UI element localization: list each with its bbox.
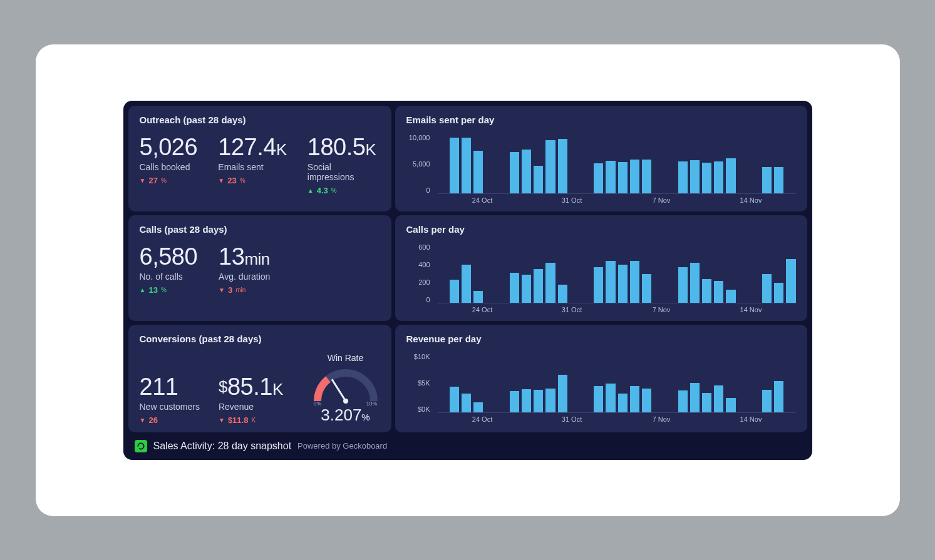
arrow-down-icon: ▼ xyxy=(219,287,225,293)
bar xyxy=(473,151,483,193)
y-axis: $10K$5K$0K xyxy=(406,353,433,413)
bar xyxy=(510,152,519,193)
value-number: 180.5 xyxy=(307,134,366,160)
calls-metrics: 6,580 No. of calls ▲ 13% 13min Avg. dura… xyxy=(140,243,380,295)
footer: Sales Activity: 28 day snapshot Powered … xyxy=(128,436,807,455)
delta-unit: K xyxy=(251,417,256,424)
delta-unit: % xyxy=(331,187,337,194)
y-tick: 5,000 xyxy=(413,160,430,168)
x-axis: 24 Oct31 Oct7 Nov14 Nov xyxy=(406,415,796,423)
delta-unit: min xyxy=(235,287,245,293)
metric-delta: ▼ 27% xyxy=(140,176,197,185)
delta-value: 23 xyxy=(227,176,236,185)
dashboard: Outreach (past 28 days) 5,026 Calls book… xyxy=(123,101,812,460)
bar xyxy=(786,259,795,303)
bar xyxy=(678,161,688,193)
value-number: 13 xyxy=(219,243,244,270)
panel-outreach: Outreach (past 28 days) 5,026 Calls book… xyxy=(128,106,391,211)
bar xyxy=(630,160,639,193)
x-tick: 24 Oct xyxy=(438,306,527,313)
arrow-down-icon: ▼ xyxy=(140,177,146,184)
bar xyxy=(762,274,772,303)
bars xyxy=(438,353,796,413)
bar xyxy=(545,263,555,302)
metric-label: Social impressions xyxy=(307,162,380,182)
y-axis: 6004002000 xyxy=(406,243,433,303)
y-tick: 0 xyxy=(426,296,430,303)
svg-point-1 xyxy=(343,399,348,404)
bar xyxy=(606,261,615,303)
metric-value: 5,026 xyxy=(140,134,197,161)
bar xyxy=(606,384,615,412)
metric-value: $85.1K xyxy=(219,374,283,400)
bar xyxy=(630,386,639,412)
bar xyxy=(618,162,628,193)
bar xyxy=(690,263,700,302)
delta-value: $11.8 xyxy=(228,415,249,425)
bar xyxy=(642,274,651,303)
bar xyxy=(462,265,471,302)
bar xyxy=(450,280,459,302)
geckoboard-logo-icon xyxy=(135,440,147,452)
delta-value: 27 xyxy=(148,176,157,185)
metric-delta: ▼ 3min xyxy=(219,285,270,295)
bar xyxy=(714,281,723,303)
bar xyxy=(774,381,783,412)
bar xyxy=(594,267,603,303)
chart: 10,0005,0000 xyxy=(406,134,796,194)
chart: $10K$5K$0K xyxy=(406,353,796,413)
y-tick: 0 xyxy=(426,186,430,194)
bar xyxy=(534,166,543,193)
bar xyxy=(473,291,483,303)
bar xyxy=(702,163,711,193)
metric-delta: ▲ 13% xyxy=(140,285,198,295)
gauge-icon xyxy=(311,367,380,404)
bar xyxy=(702,279,711,303)
metric-value: 180.5K xyxy=(307,134,380,161)
panel-chart-revenue: Revenue per day $10K$5K$0K 24 Oct31 Oct7… xyxy=(395,325,807,432)
bar xyxy=(618,394,628,412)
value-unit: K xyxy=(365,140,376,159)
value-number: 85.1 xyxy=(227,374,272,400)
delta-unit: % xyxy=(161,287,167,293)
delta-value: 13 xyxy=(148,285,157,295)
y-tick: 10,000 xyxy=(409,134,430,141)
bar xyxy=(630,261,639,303)
footer-title: Sales Activity: 28 day snapshot xyxy=(153,440,292,452)
bar xyxy=(522,150,531,193)
metric-revenue: $85.1K Revenue ▼ $11.8K xyxy=(219,374,283,425)
conversions-row: 211 New customers ▼ 26 $85.1K Revenue ▼ … xyxy=(140,353,380,425)
bar xyxy=(774,283,783,303)
bars xyxy=(438,243,796,303)
x-tick: 14 Nov xyxy=(706,306,796,313)
y-tick: 600 xyxy=(418,243,430,251)
currency: $ xyxy=(219,377,227,396)
bar xyxy=(450,138,459,193)
bar xyxy=(558,375,567,412)
delta-unit: % xyxy=(161,177,167,184)
x-tick: 14 Nov xyxy=(706,415,796,423)
bar xyxy=(473,402,483,412)
x-tick: 24 Oct xyxy=(438,196,527,204)
bar xyxy=(690,160,700,193)
bar xyxy=(774,167,783,193)
value-number: 127.4 xyxy=(218,134,276,160)
x-tick: 31 Oct xyxy=(527,306,617,313)
bar xyxy=(510,391,519,412)
x-tick: 7 Nov xyxy=(617,415,706,423)
x-tick: 24 Oct xyxy=(438,415,527,423)
bar xyxy=(545,140,555,193)
bar xyxy=(678,390,688,412)
outer-card: Outreach (past 28 days) 5,026 Calls book… xyxy=(36,44,900,516)
panel-title: Calls (past 28 days) xyxy=(140,224,380,235)
bar xyxy=(522,275,531,302)
panel-conversions: Conversions (past 28 days) 211 New custo… xyxy=(128,325,391,432)
x-tick: 31 Oct xyxy=(527,415,617,423)
delta-value: 4.3 xyxy=(317,186,328,195)
metric-emails-sent: 127.4K Emails sent ▼ 23% xyxy=(218,134,286,195)
delta-unit: % xyxy=(240,177,245,184)
panel-title: Emails sent per day xyxy=(406,115,796,125)
metric-delta: ▲ 4.3% xyxy=(307,186,380,195)
metric-calls-booked: 5,026 Calls booked ▼ 27% xyxy=(140,134,197,195)
bar xyxy=(450,387,459,412)
